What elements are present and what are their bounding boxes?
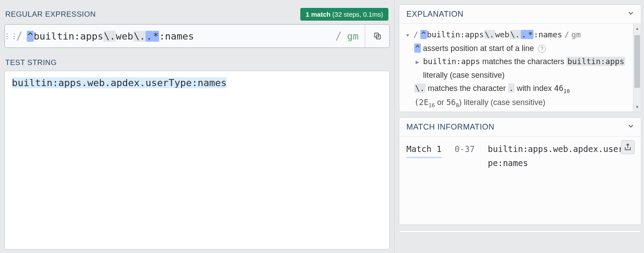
exp-flags: gm [571, 30, 581, 39]
exp-slash-open: / [413, 30, 418, 39]
scrollbar[interactable]: ▲ ▼ [633, 24, 641, 112]
exp-lit-text: matches the characters [480, 57, 566, 66]
exp-row-escape-cont[interactable]: (2E16 or 568) literally (case sensitive) [405, 96, 631, 110]
teststring-header: TEST STRING [5, 58, 389, 67]
exp-row-pattern[interactable]: ▼ / ^builtin:apps\.web\..*:names / gm [405, 28, 631, 42]
exp-esc2: \. [509, 30, 521, 39]
match-count-badge: 1 match (32 steps, 0.1ms) [300, 8, 388, 21]
exp-slash-close: / [564, 30, 569, 39]
matchinfo-header[interactable]: MATCH INFORMATION [399, 118, 641, 137]
exp-esc-dec-base: 10 [563, 88, 569, 94]
matchinfo-title: MATCH INFORMATION [406, 123, 495, 132]
regex-literal-3: :names [159, 31, 194, 42]
exp-lit-text2: literally (case sensitive) [423, 71, 505, 80]
explanation-header[interactable]: EXPLANATION [399, 5, 641, 24]
copy-regex-button[interactable] [365, 25, 389, 47]
regex-literal-1: builtin:apps [34, 31, 103, 42]
triangle-down-icon: ▼ [405, 31, 411, 40]
scroll-up-icon[interactable]: ▲ [635, 25, 640, 32]
matchinfo-body: Match 1 0-37 builtin:apps.web.apdex.user… [399, 137, 641, 224]
regex-flags-area[interactable]: / gm [329, 25, 365, 47]
drag-handle-icon[interactable]: ⋮⋮ [5, 25, 16, 47]
match-label: Match 1 [406, 142, 441, 158]
exp-lit-sample: builtin:apps [566, 57, 625, 66]
regex-star: * [153, 31, 159, 42]
regex-escape-1: \. [103, 31, 116, 42]
scroll-down-icon[interactable]: ▼ [635, 103, 640, 111]
regex-literal-2: web [116, 31, 133, 42]
help-icon[interactable]: ? [538, 45, 546, 53]
exp-esc-char: . [508, 83, 515, 93]
exp-dot: . [521, 30, 527, 39]
exp-esc-text1: matches the character [426, 84, 508, 93]
exp-esc-text2: with index [515, 84, 554, 93]
regex-pattern[interactable]: ^builtin:apps\.web\..*:names [25, 25, 329, 47]
right-pane: EXPLANATION ▲ ▼ ▼ / ^builtin:apps\.web\.… [395, 0, 644, 253]
exp-oct: 56 [446, 98, 456, 107]
regex-close-slash: / [335, 30, 344, 42]
exp-or: or [435, 98, 446, 107]
regex-title: REGULAR EXPRESSION [5, 10, 96, 19]
regex-input-box[interactable]: ⋮⋮ / ^builtin:apps\.web\..*:names / gm [4, 24, 390, 48]
export-button[interactable] [621, 140, 635, 154]
extra-panel [399, 230, 641, 233]
match-range: 0-37 [452, 142, 475, 156]
exp-anchor: ^ [420, 30, 427, 39]
chevron-down-icon[interactable] [627, 9, 635, 19]
exp-esc1: \. [484, 30, 495, 39]
explanation-body: ▲ ▼ ▼ / ^builtin:apps\.web\..*:names / g… [399, 24, 641, 112]
regex-flags: gm [345, 31, 359, 42]
exp-row-literal[interactable]: ▶ builtin:apps matches the characters bu… [405, 55, 631, 82]
explanation-title: EXPLANATION [406, 10, 463, 19]
matchinfo-panel: MATCH INFORMATION Match 1 0-37 builtin:a… [399, 117, 641, 225]
regex-open-slash: / [16, 25, 25, 47]
exp-tail: ) literally (case sensitive) [459, 98, 545, 107]
scroll-thumb[interactable] [634, 35, 640, 88]
match-count-detail: (32 steps, 0.1ms) [331, 11, 383, 18]
triangle-right-icon: ▶ [414, 58, 420, 66]
match-value: builtin:apps.web.apdex.userType:names [485, 142, 637, 170]
teststring-title: TEST STRING [5, 58, 57, 67]
exp-caret: ^ [414, 43, 421, 53]
exp-caret-text: asserts position at start of a line [421, 44, 536, 53]
regex-header: REGULAR EXPRESSION 1 match (32 steps, 0.… [5, 8, 389, 21]
explanation-panel: EXPLANATION ▲ ▼ ▼ / ^builtin:apps\.web\.… [399, 4, 641, 112]
exp-esc-token: \. [414, 83, 426, 93]
regex-dot: . [146, 31, 152, 42]
regex-escape-2: \. [133, 31, 146, 42]
exp-oct-base: 8 [456, 102, 459, 108]
exp-esc-dec: 46 [554, 83, 564, 93]
exp-lit-token: builtin:apps [423, 57, 480, 66]
exp-lit1: builtin:apps [427, 30, 484, 39]
left-pane: REGULAR EXPRESSION 1 match (32 steps, 0.… [0, 0, 395, 253]
regex-anchor: ^ [27, 31, 33, 42]
teststring-input[interactable]: builtin:apps.web.apdex.userType:names [4, 71, 390, 249]
exp-row-escape[interactable]: \. matches the character . with index 46… [405, 82, 631, 96]
exp-lit3: :names [534, 30, 562, 39]
exp-hex-base: 16 [429, 102, 435, 108]
match-row[interactable]: Match 1 0-37 builtin:apps.web.apdex.user… [406, 142, 637, 170]
exp-star: * [527, 30, 534, 39]
exp-lit2: web [495, 30, 509, 39]
exp-row-caret[interactable]: ^ asserts position at start of a line ? [405, 42, 631, 55]
match-count-strong: 1 match [306, 11, 331, 18]
chevron-down-icon[interactable] [627, 122, 635, 132]
teststring-match: builtin:apps.web.apdex.userType:names [12, 77, 227, 88]
exp-hex-line: (2E [414, 98, 429, 107]
